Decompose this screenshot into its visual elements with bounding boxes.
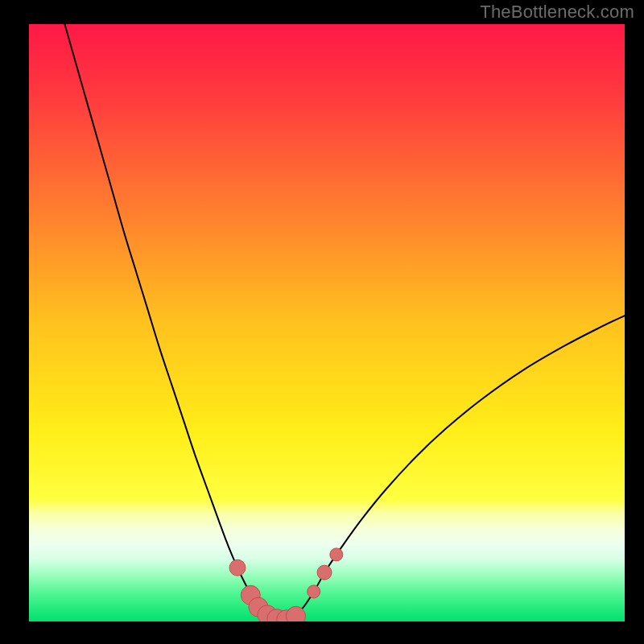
bottleneck-curve <box>29 24 625 621</box>
data-marker <box>308 585 320 598</box>
watermark-text: TheBottleneck.com <box>480 2 634 23</box>
data-marker <box>330 548 343 561</box>
data-marker <box>287 606 306 621</box>
chart-frame: TheBottleneck.com <box>0 0 644 644</box>
plot-area <box>29 24 625 621</box>
data-marker <box>317 565 332 580</box>
data-marker <box>229 559 246 576</box>
